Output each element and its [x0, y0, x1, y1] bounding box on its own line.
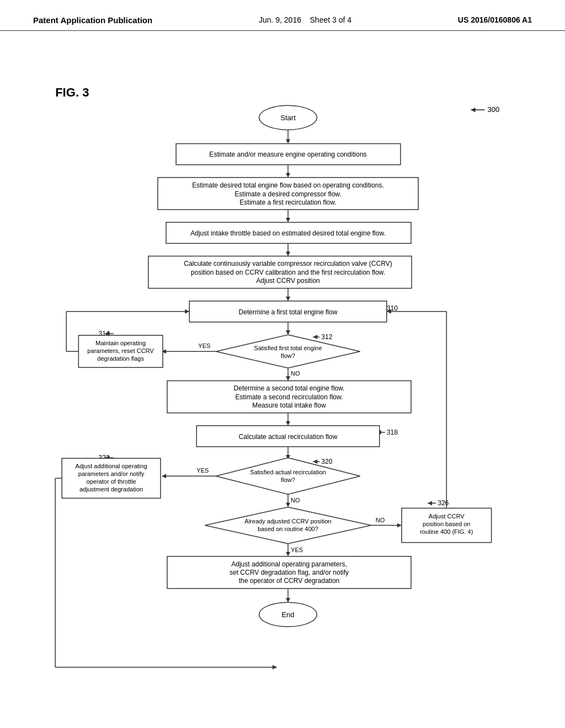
header-center: Jun. 9, 2016 Sheet 3 of 4 [259, 15, 351, 24]
svg-marker-14 [286, 218, 290, 222]
step-328-2: set CCRV degradation flag, and/or notify [230, 569, 349, 576]
step-308-3: Adjust CCRV position [256, 277, 320, 285]
svg-marker-31 [313, 335, 317, 339]
end-label: End [281, 611, 294, 619]
header-date: Jun. 9, 2016 [259, 15, 301, 24]
step-304-1: Estimate desired total engine flow based… [192, 181, 384, 189]
svg-marker-81 [286, 598, 290, 602]
svg-marker-24 [286, 297, 290, 301]
fig-label: FIG. 3 [55, 85, 89, 99]
step-314-1: Maintain operating [95, 340, 146, 346]
ref-312: 312 [321, 333, 332, 341]
svg-marker-29 [286, 330, 290, 335]
step-308-2: position based on CCRV calibration and t… [191, 269, 385, 276]
step-326-1: Adjust CCRV [429, 512, 465, 519]
step-308-1: Calculate continuously variable compress… [184, 260, 392, 267]
step-304-2: Estimate a desired compressor flow. [234, 190, 342, 198]
step-316-3: Measure total intake flow [252, 402, 326, 409]
ref-300: 300 [488, 105, 500, 114]
header-patent-number: US 2016/0160806 A1 [458, 15, 532, 24]
step-316-1: Determine a second total engine flow. [234, 384, 345, 392]
diagram-container: FIG. 3 300 Start 302 Estimate and/or mea… [44, 80, 532, 706]
ref-318: 318 [387, 429, 398, 436]
svg-marker-56 [216, 458, 360, 494]
yes-320: YES [196, 467, 209, 474]
ref-326: 326 [438, 499, 449, 507]
step-322-3: operator of throttle [87, 478, 136, 485]
step-326-3: routine 400 (FIG. 4) [420, 528, 473, 535]
no-312: NO [291, 370, 300, 377]
yes-324: YES [291, 547, 303, 553]
step-314-3: degradation flags [97, 355, 144, 362]
svg-marker-58 [162, 474, 166, 478]
step-316-2: Estimate a second recirculation flow. [236, 393, 343, 401]
step-310: Determine a first total engine flow [239, 308, 338, 316]
svg-marker-1 [471, 108, 475, 112]
step-304-3: Estimate a first recirculation flow. [239, 199, 336, 206]
step-322-4: adjustment degradation [79, 486, 143, 493]
svg-marker-55 [313, 459, 317, 464]
svg-marker-72 [428, 501, 432, 505]
step-320-2: flow? [281, 477, 295, 483]
step-324-2: based on routine 400? [258, 526, 318, 532]
step-322-2: parameters and/or notify [78, 470, 145, 477]
step-320-1: Satisfied actual recirculation [250, 469, 326, 475]
step-326-2: position based on [423, 521, 470, 527]
step-314-2: parameters, reset CCRV [87, 347, 154, 354]
svg-marker-19 [286, 251, 290, 256]
step-328-1: Adjust additional operating parameters, [231, 560, 347, 568]
step-322-1: Adjust additional operating [76, 463, 147, 469]
svg-marker-67 [286, 502, 290, 507]
svg-marker-9 [286, 173, 290, 178]
step-318: Calculate actual recirculation flow [239, 433, 338, 441]
no-324: NO [376, 517, 385, 523]
yes-312: YES [198, 342, 210, 349]
svg-marker-48 [286, 421, 290, 426]
page-header: Patent Application Publication Jun. 9, 2… [0, 0, 565, 31]
header-sheet: Sheet 3 of 4 [310, 15, 352, 24]
svg-marker-41 [185, 309, 189, 314]
step-312-1: Satisfied first total engine [254, 345, 322, 351]
step-302: Estimate and/or measure engine operating… [209, 151, 366, 158]
step-312-2: flow? [281, 352, 295, 359]
header-publication-label: Patent Application Publication [33, 15, 152, 25]
ref-320: 320 [321, 458, 332, 465]
svg-marker-70 [397, 523, 402, 528]
svg-marker-65 [273, 665, 277, 670]
step-328-3: the operator of CCRV degradation [239, 577, 340, 585]
step-306: Adjust intake throttle based on estimate… [190, 229, 386, 237]
step-324-1: Already adjusted CCRV position [244, 518, 331, 524]
svg-marker-4 [286, 139, 290, 143]
svg-marker-78 [286, 552, 290, 556]
no-320: NO [291, 497, 300, 504]
start-label: Start [280, 114, 296, 122]
svg-marker-43 [286, 376, 290, 381]
